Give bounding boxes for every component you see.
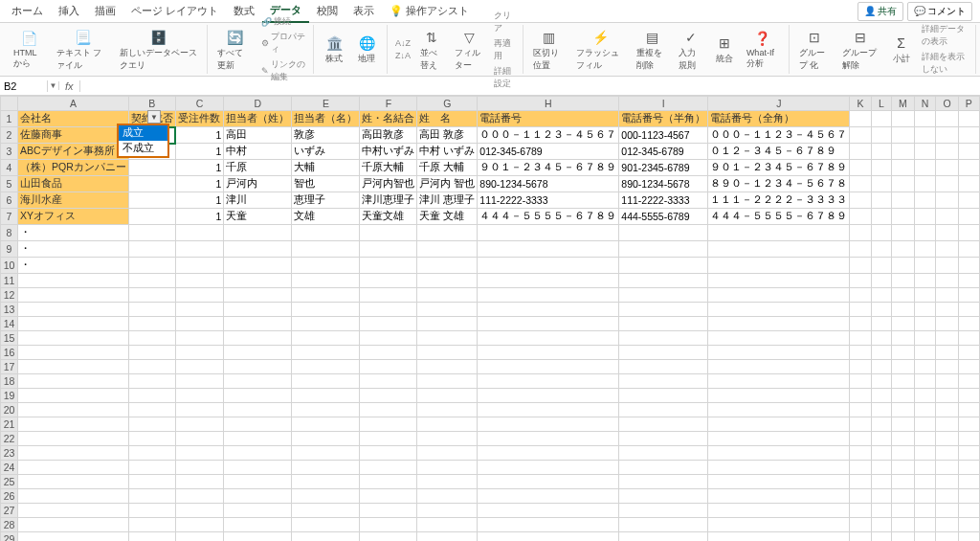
cell-L3[interactable]: [871, 144, 891, 160]
cell-J13[interactable]: [708, 303, 850, 317]
cell-F20[interactable]: [360, 403, 417, 417]
cell-K10[interactable]: [850, 258, 871, 274]
col-header-L[interactable]: L: [871, 97, 891, 111]
cell-I8[interactable]: [619, 225, 708, 241]
cell-M20[interactable]: [892, 403, 915, 417]
cell-A10[interactable]: ・: [18, 258, 129, 274]
cell-M25[interactable]: [892, 475, 915, 489]
cell-L25[interactable]: [871, 475, 891, 489]
cell-L2[interactable]: [871, 127, 891, 144]
cell-I21[interactable]: [619, 417, 708, 432]
cell-J10[interactable]: [708, 258, 850, 274]
cell-N6[interactable]: [914, 192, 936, 209]
cell-I6[interactable]: 111-2222-3333: [619, 192, 708, 209]
cell-E25[interactable]: [292, 475, 360, 489]
cell-F6[interactable]: 津川恵理子: [360, 192, 417, 209]
sort-asc-button[interactable]: A↓Z: [393, 37, 412, 49]
cell-L1[interactable]: [871, 111, 891, 127]
row-header-17[interactable]: 17: [1, 360, 18, 374]
cell-G11[interactable]: [417, 274, 478, 288]
cell-K13[interactable]: [850, 303, 871, 317]
cell-G10[interactable]: [417, 258, 478, 274]
cell-N22[interactable]: [914, 432, 936, 446]
cell-N19[interactable]: [914, 389, 936, 403]
cell-I16[interactable]: [619, 346, 708, 360]
cell-H27[interactable]: [478, 504, 619, 518]
cell-O27[interactable]: [936, 504, 958, 518]
cell-M6[interactable]: [892, 192, 915, 209]
cell-I24[interactable]: [619, 461, 708, 475]
cell-P1[interactable]: [958, 111, 979, 127]
cell-H14[interactable]: [478, 317, 619, 331]
cell-D5[interactable]: 戸河内: [224, 176, 292, 192]
from-text-button[interactable]: 📃テキスト ファイル: [53, 26, 113, 74]
cell-L17[interactable]: [871, 360, 891, 374]
cell-G27[interactable]: [417, 504, 478, 518]
cell-O25[interactable]: [936, 475, 958, 489]
dropdown-option-2[interactable]: 不成立: [119, 141, 167, 156]
cell-N11[interactable]: [914, 274, 936, 288]
cell-O29[interactable]: [936, 532, 958, 542]
cell-D8[interactable]: [224, 225, 292, 241]
cell-D29[interactable]: [224, 532, 292, 542]
row-header-2[interactable]: 2: [1, 127, 18, 144]
row-header-13[interactable]: 13: [1, 303, 18, 317]
cell-B5[interactable]: [128, 176, 175, 192]
cell-E4[interactable]: 大輔: [292, 160, 360, 176]
cell-K11[interactable]: [850, 274, 871, 288]
cell-A19[interactable]: [18, 389, 129, 403]
remove-duplicates-button[interactable]: ▤重複を 削除: [633, 26, 671, 74]
cell-K9[interactable]: [850, 241, 871, 258]
from-html-button[interactable]: 📄HTML から: [10, 27, 49, 72]
cell-B17[interactable]: [128, 360, 175, 374]
col-header-N[interactable]: N: [914, 97, 936, 111]
cell-J17[interactable]: [708, 360, 850, 374]
cell-A14[interactable]: [18, 317, 129, 331]
cell-G16[interactable]: [417, 346, 478, 360]
cell-M18[interactable]: [892, 374, 915, 389]
row-header-3[interactable]: 3: [1, 144, 18, 160]
cell-K22[interactable]: [850, 432, 871, 446]
col-header-O[interactable]: O: [936, 97, 958, 111]
whatif-button[interactable]: ❓What-If 分析: [743, 27, 783, 72]
cell-F18[interactable]: [360, 374, 417, 389]
col-header-H[interactable]: H: [478, 97, 619, 111]
sort-desc-button[interactable]: Z↓A: [393, 50, 412, 61]
col-header-B[interactable]: B: [128, 97, 175, 111]
cell-G5[interactable]: 戸河内 智也: [417, 176, 478, 192]
cell-O21[interactable]: [936, 417, 958, 432]
cell-N24[interactable]: [914, 461, 936, 475]
cell-E3[interactable]: いずみ: [292, 144, 360, 160]
cell-P22[interactable]: [958, 432, 979, 446]
cell-G15[interactable]: [417, 331, 478, 346]
cell-G13[interactable]: [417, 303, 478, 317]
cell-O14[interactable]: [936, 317, 958, 331]
cell-F25[interactable]: [360, 475, 417, 489]
cell-D11[interactable]: [224, 274, 292, 288]
cell-K3[interactable]: [850, 144, 871, 160]
cell-D3[interactable]: 中村: [224, 144, 292, 160]
cell-N26[interactable]: [914, 489, 936, 504]
cell-E13[interactable]: [292, 303, 360, 317]
spreadsheet-grid[interactable]: ABCDEFGHIJKLMNOP1会社名契約成否受注件数担当者（姓）担当者（名）…: [0, 96, 980, 541]
cell-N29[interactable]: [914, 532, 936, 542]
cell-D20[interactable]: [224, 403, 292, 417]
row-header-16[interactable]: 16: [1, 346, 18, 360]
cell-C9[interactable]: [175, 241, 224, 258]
cell-K2[interactable]: [850, 127, 871, 144]
cell-H23[interactable]: [478, 446, 619, 461]
cell-A27[interactable]: [18, 504, 129, 518]
cell-G21[interactable]: [417, 417, 478, 432]
cell-P19[interactable]: [958, 389, 979, 403]
cell-K25[interactable]: [850, 475, 871, 489]
cell-F19[interactable]: [360, 389, 417, 403]
cell-J12[interactable]: [708, 288, 850, 303]
cell-L12[interactable]: [871, 288, 891, 303]
cell-H25[interactable]: [478, 475, 619, 489]
col-header-P[interactable]: P: [958, 97, 979, 111]
cell-E14[interactable]: [292, 317, 360, 331]
tab-review[interactable]: 校閲: [309, 0, 345, 22]
cell-H22[interactable]: [478, 432, 619, 446]
cell-M1[interactable]: [892, 111, 915, 127]
cell-I3[interactable]: 012-345-6789: [619, 144, 708, 160]
